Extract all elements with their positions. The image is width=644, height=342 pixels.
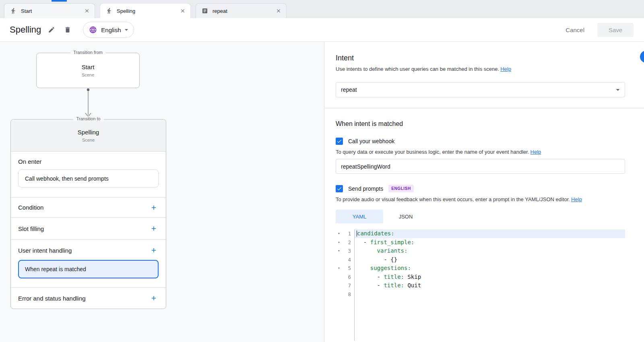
code-token: title: [384,282,404,288]
code-text[interactable]: - title: Quit [354,281,625,290]
intent-heading: Intent [336,54,625,62]
code-line[interactable]: ▾2 - first_simple: [336,238,625,247]
tab-label: Start [21,8,83,14]
close-icon[interactable] [275,7,282,14]
divider [325,108,644,108]
line-number: 7 [342,281,354,290]
page-title: Spelling [10,25,41,35]
add-error-handler-button[interactable] [149,293,159,303]
chevron-down-icon [613,85,622,94]
cancel-button[interactable]: Cancel [558,23,592,37]
send-prompts-row: Send prompts ENGLISH [336,185,625,192]
intent-dropdown-value: repeat [341,87,613,93]
code-line[interactable]: ▾1candidates: [336,229,625,238]
fold-spacer [336,281,342,290]
delete-button[interactable] [60,22,76,38]
edit-button[interactable] [43,22,60,38]
intent-description: Use intents to define which user queries… [336,66,625,72]
code-line[interactable]: 6 - title: Skip [336,273,625,282]
language-label: English [101,27,121,33]
prompts-help-link[interactable]: Help [571,196,582,202]
call-webhook-label: Call your webhook [348,138,394,144]
tab-repeat[interactable]: repeat [196,3,287,18]
code-text[interactable]: suggestions: [354,264,625,273]
transition-from-node[interactable]: Transition from Start Scene [36,53,140,88]
code-text[interactable]: - title: Skip [354,273,625,282]
editor-format-tabs: YAML JSON [336,210,625,223]
description-text: To provide audio or visual feedback when… [336,196,570,202]
condition-label: Condition [18,204,43,211]
send-prompts-checkbox[interactable] [336,185,343,192]
line-number [342,299,354,341]
tab-label: Spelling [117,8,179,14]
transition-to-legend: Transition to [73,116,103,121]
line-number: 3 [342,247,354,255]
code-token: - [357,282,384,288]
invocation-icon [10,8,17,14]
tab-bar: Start Spelling repeat [0,0,644,18]
code-line[interactable]: 4 - {} [336,255,625,264]
line-number: 4 [342,255,354,264]
tab-yaml[interactable]: YAML [336,210,383,223]
intent-help-link[interactable]: Help [500,66,511,72]
add-slot-button[interactable] [149,224,159,233]
code-token: Quit [404,282,421,288]
description-text: To query data or execute your business l… [336,149,529,155]
call-webhook-checkbox[interactable] [336,138,343,145]
tab-spelling[interactable]: Spelling [100,3,191,18]
code-text[interactable]: variants: [354,247,625,255]
tab-start[interactable]: Start [4,3,95,18]
fold-spacer [336,255,342,264]
code-line[interactable]: 7 - title: Quit [336,281,625,290]
on-enter-label: On enter [18,158,159,165]
user-intent-label: User intent handling [18,247,72,254]
save-button[interactable]: Save [597,23,634,37]
code-token: - [357,274,384,280]
intent-handler-item-selected[interactable]: When repeat is matched [18,260,159,278]
close-icon[interactable] [83,7,91,14]
fold-arrow-icon[interactable]: ▾ [336,247,342,255]
webhook-handler-input[interactable] [336,159,625,174]
close-icon[interactable] [179,7,186,14]
transition-to-node[interactable]: Transition to Spelling Scene On enter Ca… [10,119,166,309]
error-handling-label: Error and status handling [18,295,86,302]
webhook-help-link[interactable]: Help [530,149,541,155]
fold-spacer [336,273,342,282]
line-number: 5 [342,264,354,273]
tab-json[interactable]: JSON [383,210,428,223]
code-text[interactable]: candidates: [354,229,625,238]
call-webhook-row: Call your webhook [336,138,625,145]
add-condition-button[interactable] [149,203,159,212]
fold-arrow-icon[interactable]: ▾ [336,264,342,273]
fold-arrow-icon[interactable]: ▾ [336,238,342,247]
code-line[interactable]: ▾5 suggestions: [336,264,625,273]
chevron-down-icon [122,26,130,34]
add-intent-handler-button[interactable] [149,245,159,255]
intent-dropdown[interactable]: repeat [336,82,625,97]
description-text: Use intents to define which user queries… [336,66,499,72]
code-text[interactable] [354,299,625,341]
slot-filling-section: Slot filling [11,217,166,239]
on-enter-handler[interactable]: Call webhook, then send prompts [18,169,159,187]
condition-section: Condition [11,197,166,217]
line-number: 8 [342,290,354,299]
globe-icon [89,26,97,34]
error-handling-section: Error and status handling [11,287,166,309]
code-editor[interactable]: ▾1candidates:▾2 - first_simple:▾3 varian… [336,229,625,341]
tab-label: repeat [213,8,275,14]
scene-card-header[interactable]: Spelling Scene [11,119,166,152]
code-text[interactable]: - {} [354,255,625,264]
editor-empty-area[interactable] [336,299,625,341]
code-token: - {} [357,256,397,263]
language-selector[interactable]: English [83,22,134,38]
code-token: suggestions: [370,265,411,271]
code-text[interactable] [354,290,625,299]
code-line[interactable]: ▾3 variants: [336,247,625,255]
code-text[interactable]: - first_simple: [354,238,625,247]
line-number: 2 [342,238,354,247]
scene-flow-canvas[interactable]: Transition from Start Scene Transition t… [0,42,324,342]
code-line[interactable]: 8 [336,290,625,299]
fold-arrow-icon[interactable]: ▾ [336,229,342,238]
node-title: Start [82,64,95,70]
line-number: 6 [342,273,354,282]
